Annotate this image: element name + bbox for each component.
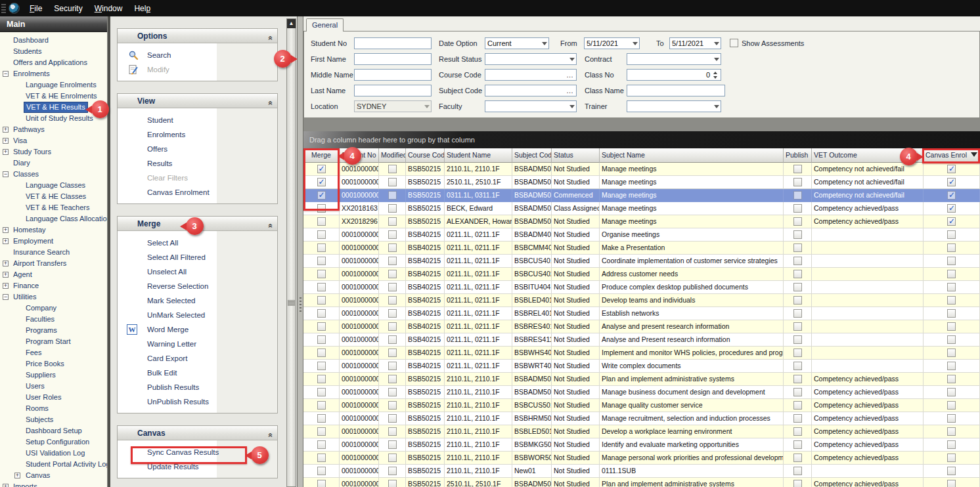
sidebar-item-pathways[interactable]: +Pathways: [0, 124, 107, 135]
sidebar-item-imports[interactable]: +Imports: [0, 481, 107, 487]
cell-merge[interactable]: [303, 386, 340, 399]
cell-merge[interactable]: [303, 360, 340, 373]
sidebar-item-offers-and-applications[interactable]: Offers and Applications: [0, 57, 107, 68]
date-option-select[interactable]: Current: [485, 37, 549, 49]
table-row[interactable]: 0001000000BSB502152110.1L, 2110.1FBSBADM…: [303, 386, 980, 399]
cell-publish[interactable]: [784, 294, 812, 307]
modified-checkbox[interactable]: [388, 204, 397, 213]
action-warning-letter[interactable]: Warning Letter: [118, 337, 277, 351]
collapse-chevron-icon[interactable]: »: [263, 36, 278, 41]
expand-icon[interactable]: +: [3, 484, 9, 487]
canvas-checkbox[interactable]: [947, 296, 956, 305]
cell-modified[interactable]: [379, 347, 406, 360]
publish-checkbox[interactable]: [793, 309, 802, 318]
sidebar-item-users[interactable]: Users: [0, 381, 107, 392]
table-row[interactable]: 0001000000BSB402150211.1L, 0211.1FBSBCUS…: [303, 268, 980, 281]
sidebar-item-language-classes[interactable]: Language Classes: [0, 180, 107, 191]
cell-modified[interactable]: [379, 452, 406, 465]
modified-checkbox[interactable]: [388, 322, 397, 331]
canvas-checkbox[interactable]: [947, 178, 956, 186]
cell-publish[interactable]: [784, 307, 812, 320]
sidebar-item-fees[interactable]: Fees: [0, 347, 107, 358]
cell-publish[interactable]: [784, 163, 812, 176]
sidebar-item-rooms[interactable]: Rooms: [0, 403, 107, 414]
sidebar-item-programs[interactable]: Programs: [0, 325, 107, 336]
cell-modified[interactable]: [379, 425, 406, 438]
cell-canvas[interactable]: [924, 347, 980, 360]
canvas-checkbox[interactable]: [947, 257, 956, 265]
cell-publish[interactable]: [784, 242, 812, 255]
canvas-checkbox[interactable]: [947, 414, 956, 423]
expand-icon[interactable]: +: [3, 261, 9, 266]
sidebar-item-homestay[interactable]: +Homestay: [0, 224, 107, 236]
modified-checkbox[interactable]: [388, 401, 397, 410]
cell-publish[interactable]: [784, 176, 812, 189]
cell-publish[interactable]: [784, 399, 812, 412]
sidebar-item-subjects[interactable]: Subjects: [0, 414, 107, 425]
cell-canvas[interactable]: [924, 452, 980, 465]
merge-checkbox[interactable]: [317, 467, 326, 475]
cell-modified[interactable]: [379, 215, 406, 228]
modified-checkbox[interactable]: [388, 349, 397, 357]
cell-publish[interactable]: [784, 478, 812, 487]
expand-icon[interactable]: +: [14, 473, 20, 478]
action-unpublish-results[interactable]: UnPublish Results: [118, 394, 277, 409]
publish-checkbox[interactable]: [793, 335, 802, 344]
collapse-chevron-icon[interactable]: »: [263, 101, 278, 106]
panel-scrollbar[interactable]: ▲: [286, 18, 296, 487]
cell-merge[interactable]: [303, 425, 340, 438]
modified-checkbox[interactable]: [388, 178, 397, 186]
publish-checkbox[interactable]: [793, 362, 802, 370]
collapse-icon[interactable]: −: [3, 71, 9, 77]
cell-publish[interactable]: [784, 347, 812, 360]
sidebar-item-student-portal-activity-log[interactable]: Student Portal Activity Log: [0, 459, 107, 470]
modified-checkbox[interactable]: [388, 283, 397, 291]
cell-merge[interactable]: [303, 176, 340, 189]
cell-modified[interactable]: [379, 242, 406, 255]
cell-canvas[interactable]: [924, 478, 980, 487]
cell-modified[interactable]: [379, 189, 406, 202]
filter-funnel-icon[interactable]: [971, 152, 977, 157]
table-row[interactable]: 0001000000BSB502152510.1L, 2510.1FBSBADM…: [303, 478, 980, 487]
sidebar-item-study-tours[interactable]: +Study Tours: [0, 146, 107, 158]
column-header-subject_name[interactable]: Subject Name: [600, 148, 784, 163]
sidebar-item-vet-he-classes[interactable]: VET & HE Classes: [0, 191, 107, 202]
merge-checkbox[interactable]: [317, 454, 326, 462]
publish-checkbox[interactable]: [793, 217, 802, 226]
cell-publish[interactable]: [784, 189, 812, 202]
cell-merge[interactable]: [303, 399, 340, 412]
expand-icon[interactable]: +: [3, 227, 9, 233]
table-row[interactable]: 0001000000BSB502152110.1L, 2110.1FBSBHRM…: [303, 412, 980, 425]
sidebar-item-usi-validation-log[interactable]: USI Validation Log: [0, 448, 107, 459]
cell-modified[interactable]: [379, 176, 406, 189]
sidebar-item-canvas[interactable]: +Canvas: [0, 470, 107, 481]
table-row[interactable]: 0001000000BSB502152110.1L, 2110.1FBSBADM…: [303, 163, 980, 176]
merge-checkbox[interactable]: [317, 296, 326, 305]
publish-checkbox[interactable]: [793, 191, 802, 200]
sidebar-item-dashboard[interactable]: Dashboard: [0, 35, 107, 46]
modified-checkbox[interactable]: [388, 480, 397, 487]
sidebar-item-utilities[interactable]: −Utilities: [0, 291, 107, 303]
cell-canvas[interactable]: [924, 228, 980, 242]
class-name-input[interactable]: [627, 85, 725, 96]
column-header-status[interactable]: Status: [552, 148, 600, 163]
merge-checkbox[interactable]: [317, 362, 326, 370]
ellipsis-button[interactable]: …: [566, 70, 573, 80]
expand-icon[interactable]: +: [3, 238, 9, 244]
table-row[interactable]: XX2018296BSB50215ALEXANDER, HowardBSBADM…: [303, 215, 980, 228]
cell-modified[interactable]: [379, 294, 406, 307]
action-search[interactable]: Search: [118, 48, 277, 62]
publish-checkbox[interactable]: [793, 230, 802, 239]
cell-publish[interactable]: [784, 320, 812, 333]
table-row[interactable]: 0001000000BSB402150211.1L, 0211.1FBSBCUS…: [303, 255, 980, 268]
canvas-checkbox[interactable]: [947, 309, 956, 318]
publish-checkbox[interactable]: [793, 467, 802, 475]
cell-merge[interactable]: [303, 255, 340, 268]
merge-checkbox[interactable]: [317, 283, 326, 291]
canvas-checkbox[interactable]: [947, 440, 956, 449]
expand-icon[interactable]: +: [3, 272, 9, 278]
cell-publish[interactable]: [784, 452, 812, 465]
modified-checkbox[interactable]: [388, 270, 397, 278]
modified-checkbox[interactable]: [388, 375, 397, 383]
cell-publish[interactable]: [784, 438, 812, 452]
